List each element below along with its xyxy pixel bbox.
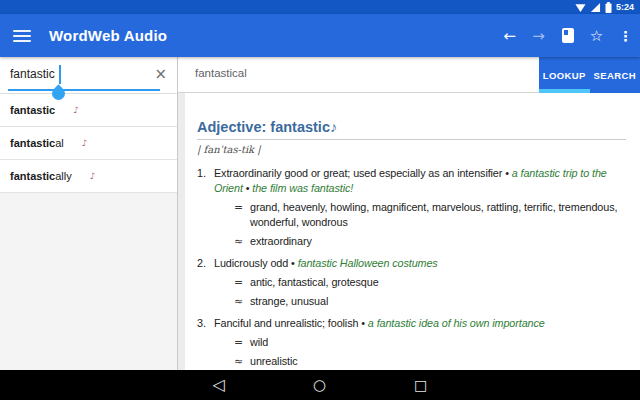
sense-definition: Ludicrously odd • fantastic Halloween co… xyxy=(214,256,626,271)
usage-example: a fantastic idea of his own importance xyxy=(368,317,545,329)
near-synonyms-line: ≈extraordinary xyxy=(234,234,626,249)
sense-item: 1. Extraordinarily good or great; used e… xyxy=(197,166,626,249)
tab-lookup[interactable]: LOOKUP xyxy=(539,57,590,93)
lookup-bar: fantastical LOOKUPSEARCH xyxy=(178,57,640,93)
sense-list: 1. Extraordinarily good or great; used e… xyxy=(197,166,626,370)
suggestion-stem: fantastic xyxy=(10,137,55,149)
sense-number: 2. xyxy=(197,256,214,309)
pronunciation: | fanˈtas-tik | xyxy=(197,144,626,155)
input-underline xyxy=(8,89,160,91)
suggestion-item[interactable]: fantastically ♪ xyxy=(0,160,177,193)
audio-note-icon[interactable]: ♪ xyxy=(82,138,88,148)
sense-number: 3. xyxy=(197,316,214,369)
sense-item: 2. Ludicrously odd • fantastic Halloween… xyxy=(197,256,626,309)
synonyms-line: =grand, heavenly, howling, magnificent, … xyxy=(234,200,626,230)
search-input[interactable]: fantastic × xyxy=(0,57,177,94)
sense-number: 1. xyxy=(197,166,214,249)
tab-search[interactable]: SEARCH xyxy=(590,57,640,93)
sense-definition: Extraordinarily good or great; used espe… xyxy=(214,166,626,196)
forward-icon[interactable]: → xyxy=(524,27,553,45)
nav-back-icon[interactable]: ◁ xyxy=(213,370,225,400)
tab-strip: LOOKUPSEARCH xyxy=(539,57,640,93)
definition-pane: Adjective: fantastic♪ | fanˈtas-tik | 1.… xyxy=(178,93,640,370)
pronounce-audio-icon[interactable]: ♪ xyxy=(330,119,337,135)
entry-heading-row: Adjective: fantastic♪ xyxy=(197,118,626,140)
usage-example: the film was fantastic! xyxy=(252,182,353,194)
suggestion-list: fantastic ♪ fantastical ♪ fantastically … xyxy=(0,94,177,193)
suggestion-suffix: ally xyxy=(55,170,72,182)
near-synonyms-line: ≈strange, unusual xyxy=(234,294,626,309)
current-query: fantastical xyxy=(195,67,247,79)
bookmarks-icon[interactable] xyxy=(553,28,582,43)
usage-example: fantastic Halloween costumes xyxy=(298,257,438,269)
sense-item: 3. Fanciful and unrealistic; foolish • a… xyxy=(197,316,626,369)
sense-definition: Fanciful and unrealistic; foolish • a fa… xyxy=(214,316,626,331)
favorite-star-icon[interactable]: ☆ xyxy=(582,27,611,45)
entry-heading: Adjective: fantastic xyxy=(197,119,330,135)
suggestion-stem: fantastic xyxy=(10,104,55,116)
overflow-menu-icon[interactable]: ⋮ xyxy=(611,28,640,44)
clock-time: 5:24 xyxy=(616,0,634,14)
synonyms-line: =antic, fantastical, grotesque xyxy=(234,275,626,290)
search-input-value: fantastic xyxy=(10,67,55,81)
wifi-icon xyxy=(575,2,586,13)
suggestion-item[interactable]: fantastical ♪ xyxy=(0,127,177,160)
android-nav-bar: ◁ ○ □ xyxy=(0,370,640,400)
app-title: WordWeb Audio xyxy=(49,27,167,44)
audio-note-icon[interactable]: ♪ xyxy=(90,171,96,181)
sense-body: Extraordinarily good or great; used espe… xyxy=(214,166,626,249)
menu-icon[interactable] xyxy=(13,27,31,45)
sense-body: Fanciful and unrealistic; foolish • a fa… xyxy=(214,316,626,369)
cell-signal-icon xyxy=(590,2,601,13)
back-icon[interactable]: ← xyxy=(495,27,524,45)
suggestion-suffix: al xyxy=(55,137,64,149)
text-caret xyxy=(59,65,61,84)
sense-body: Ludicrously odd • fantastic Halloween co… xyxy=(214,256,626,309)
nav-home-icon[interactable]: ○ xyxy=(313,370,326,400)
status-bar: 5:24 xyxy=(0,0,640,14)
app-bar: WordWeb Audio ← → ☆ ⋮ xyxy=(0,14,640,57)
synonyms-line: =wild xyxy=(234,335,626,350)
suggestion-item[interactable]: fantastic ♪ xyxy=(0,94,177,127)
nav-recents-icon[interactable]: □ xyxy=(414,370,427,400)
app-bar-actions: ← → ☆ ⋮ xyxy=(495,27,640,45)
audio-note-icon[interactable]: ♪ xyxy=(73,105,79,115)
near-synonyms-line: ≈unrealistic xyxy=(234,354,626,369)
suggestion-stem: fantastic xyxy=(10,170,55,182)
battery-icon xyxy=(605,2,612,13)
word-list-panel: fantastic × fantastic ♪ fantastical ♪ fa… xyxy=(0,57,178,370)
clear-search-icon[interactable]: × xyxy=(154,64,167,84)
